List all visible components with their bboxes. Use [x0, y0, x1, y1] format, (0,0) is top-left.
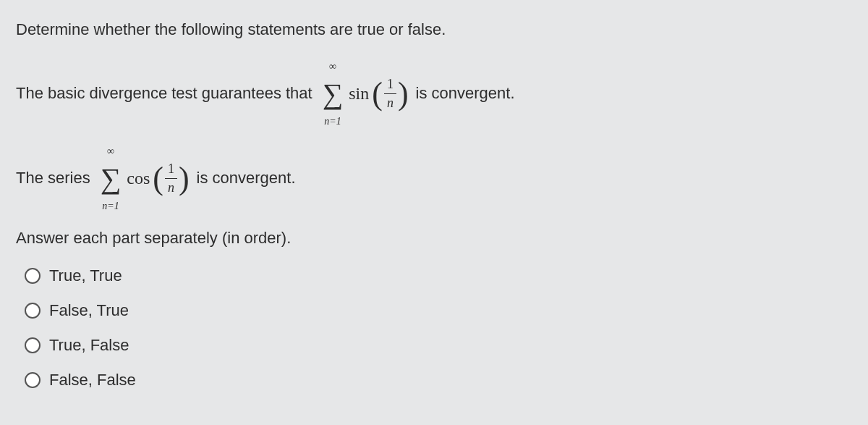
function-name: sin [349, 82, 369, 106]
statement-2-post: is convergent. [197, 167, 296, 190]
right-paren-icon: ) [177, 166, 191, 191]
paren-group: ( 1 n ) [370, 75, 409, 112]
fraction-denominator: n [384, 94, 396, 112]
fraction-denominator: n [165, 179, 177, 197]
option-false-false[interactable]: False, False [25, 371, 852, 390]
option-false-true[interactable]: False, True [25, 301, 852, 320]
option-label: False, True [49, 301, 129, 320]
paren-group: ( 1 n ) [151, 160, 190, 197]
left-paren-icon: ( [370, 81, 384, 106]
statement-1: The basic divergence test guarantees tha… [16, 59, 852, 128]
option-true-true[interactable]: True, True [25, 266, 852, 285]
left-paren-icon: ( [151, 166, 165, 191]
sum-symbol: ∞ ∑ n=1 [101, 144, 122, 213]
right-paren-icon: ) [396, 81, 410, 106]
statement-2-math: ∞ ∑ n=1 cos ( 1 n ) [96, 144, 191, 213]
fraction-numerator: 1 [384, 75, 396, 94]
options-group: True, True False, True True, False False… [25, 266, 852, 390]
sum-symbol: ∞ ∑ n=1 [323, 59, 344, 128]
radio-icon[interactable] [25, 337, 41, 353]
sigma-icon: ∑ [101, 159, 122, 199]
fraction-numerator: 1 [165, 160, 177, 179]
radio-icon[interactable] [25, 372, 41, 388]
sum-lower: n=1 [102, 199, 119, 214]
statement-1-pre: The basic divergence test guarantees tha… [16, 83, 312, 105]
function-name: cos [127, 167, 150, 191]
header-text: Determine whether the following statemen… [16, 20, 446, 38]
radio-icon[interactable] [25, 268, 41, 284]
sum-upper: ∞ [329, 59, 336, 74]
statement-1-post: is convergent. [416, 83, 515, 105]
option-label: True, True [49, 266, 122, 285]
statement-1-math: ∞ ∑ n=1 sin ( 1 n ) [318, 59, 410, 128]
instruction-text: Answer each part separately (in order). [16, 229, 291, 247]
answer-instruction: Answer each part separately (in order). [16, 229, 852, 248]
sum-lower: n=1 [324, 114, 341, 129]
sum-upper: ∞ [107, 144, 114, 159]
option-true-false[interactable]: True, False [25, 336, 852, 355]
option-label: False, False [49, 371, 136, 390]
fraction: 1 n [165, 160, 177, 197]
option-label: True, False [49, 336, 129, 355]
statement-2-pre: The series [16, 167, 90, 190]
fraction: 1 n [384, 75, 396, 112]
sigma-icon: ∑ [323, 74, 344, 114]
radio-icon[interactable] [25, 303, 41, 319]
question-header: Determine whether the following statemen… [16, 20, 852, 39]
statement-2: The series ∞ ∑ n=1 cos ( 1 n ) is conver… [16, 144, 852, 213]
